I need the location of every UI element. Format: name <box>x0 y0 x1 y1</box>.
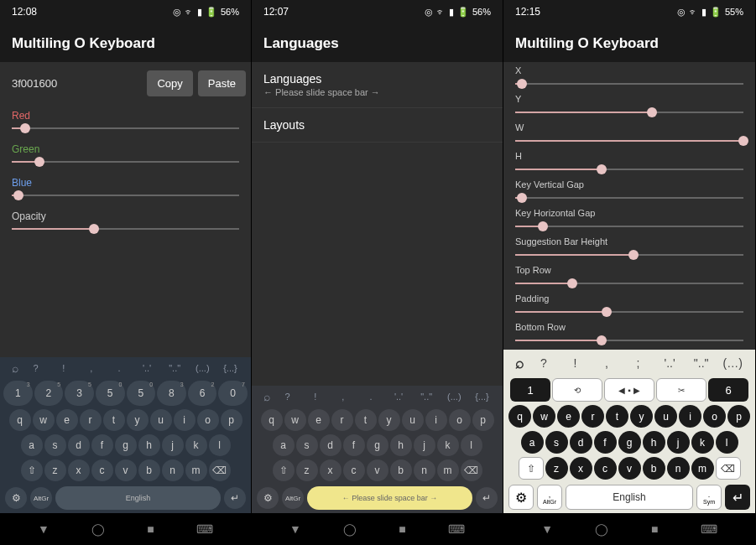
sug-key[interactable]: '..' <box>654 356 686 370</box>
key-m[interactable]: m <box>691 457 714 480</box>
sug-key[interactable]: ; <box>623 356 654 370</box>
num-left[interactable]: 1 <box>510 378 550 402</box>
key-b[interactable]: b <box>643 457 665 480</box>
key-d[interactable]: d <box>570 431 592 454</box>
key-y[interactable]: y <box>378 409 400 431</box>
key-k[interactable]: k <box>691 431 714 454</box>
key-s[interactable]: s <box>545 431 568 454</box>
suggestion-row[interactable]: ⌕ ? ! , ; '..' ".." (…) <box>503 350 755 376</box>
key-j[interactable]: j <box>162 434 184 456</box>
sug-key[interactable]: ".." <box>161 363 189 373</box>
key-k[interactable]: k <box>185 434 207 456</box>
suggestion-row[interactable]: ⌕ ? ! , . '..' ".." (...) {...} <box>0 357 251 379</box>
sug-key[interactable]: ".." <box>413 392 441 402</box>
suggestion-row[interactable]: ⌕ ? ! , . '..' ".." (...) {...} <box>252 386 503 407</box>
key-c[interactable]: c <box>594 457 617 480</box>
key-x[interactable]: x <box>570 457 592 480</box>
spacebar[interactable]: ← Please slide space bar → <box>307 486 472 510</box>
key-v[interactable]: v <box>115 459 137 481</box>
search-icon[interactable]: ⌕ <box>258 390 274 403</box>
sug-key[interactable]: (...) <box>189 363 216 373</box>
sug-key[interactable]: ! <box>560 356 592 370</box>
key-o[interactable]: o <box>703 405 726 428</box>
sug-key[interactable]: {...} <box>468 392 496 402</box>
home-icon[interactable]: ◯ <box>595 522 608 536</box>
back-icon[interactable]: ▼ <box>289 522 301 536</box>
search-icon[interactable]: ⌕ <box>7 361 22 375</box>
sug-key[interactable]: '..' <box>385 392 413 402</box>
key-num[interactable]: 50 <box>127 381 156 406</box>
key-e[interactable]: e <box>557 405 580 428</box>
sug-key[interactable]: ! <box>50 363 77 373</box>
key-p[interactable]: p <box>472 409 494 431</box>
key-t[interactable]: t <box>606 405 628 428</box>
slider[interactable] <box>12 155 239 169</box>
key-f[interactable]: f <box>594 431 617 454</box>
sug-key[interactable]: ? <box>528 356 560 370</box>
back-icon[interactable]: ▼ <box>541 522 553 536</box>
key-num[interactable]: 07 <box>218 381 248 406</box>
key-d[interactable]: d <box>68 434 90 456</box>
recent-icon[interactable]: ■ <box>651 522 658 536</box>
tool-undo[interactable]: ⟲ <box>552 378 602 402</box>
ime-icon[interactable]: ⌨ <box>448 522 465 536</box>
slider[interactable] <box>515 163 743 176</box>
enter-key[interactable]: ↵ <box>476 487 498 509</box>
altgr-key[interactable]: AltGr <box>30 487 52 509</box>
key-x[interactable]: x <box>68 459 90 481</box>
backspace-key[interactable]: ⌫ <box>461 459 482 481</box>
key-s[interactable]: s <box>44 434 66 456</box>
key-w[interactable]: w <box>33 409 55 431</box>
key-c[interactable]: c <box>91 459 113 481</box>
key-g[interactable]: g <box>367 434 388 456</box>
key-v[interactable]: v <box>618 457 641 480</box>
back-icon[interactable]: ▼ <box>38 522 50 536</box>
keyboard[interactable]: ⌕ ? ! , . '..' ".." (...) {...} 13253550… <box>0 357 251 513</box>
slider[interactable] <box>515 334 743 347</box>
slider[interactable] <box>515 134 743 148</box>
sug-key[interactable]: (...) <box>441 392 468 402</box>
key-r[interactable]: r <box>80 409 102 431</box>
key-g[interactable]: g <box>618 431 641 454</box>
key-q[interactable]: q <box>9 409 31 431</box>
key-v[interactable]: v <box>367 459 388 481</box>
key-h[interactable]: h <box>138 434 160 456</box>
slider[interactable] <box>515 277 743 290</box>
keyboard[interactable]: ⌕ ? ! , . '..' ".." (...) {...} qwertyui… <box>252 386 503 513</box>
key-h[interactable]: h <box>643 431 665 454</box>
sug-key[interactable]: (…) <box>717 356 748 370</box>
key-o[interactable]: o <box>197 409 219 431</box>
key-g[interactable]: g <box>115 434 137 456</box>
key-num[interactable]: 35 <box>65 381 94 406</box>
key-y[interactable]: y <box>630 405 653 428</box>
key-t[interactable]: t <box>355 409 377 431</box>
gear-icon[interactable]: ⚙ <box>5 487 27 509</box>
ime-icon[interactable]: ⌨ <box>701 522 717 536</box>
key-u[interactable]: u <box>654 405 677 428</box>
slider[interactable] <box>515 248 743 262</box>
key-n[interactable]: n <box>667 457 690 480</box>
key-k[interactable]: k <box>437 434 459 456</box>
key-num[interactable]: 83 <box>157 381 186 406</box>
key-j[interactable]: j <box>414 434 435 456</box>
slider[interactable] <box>515 106 743 119</box>
backspace-key[interactable]: ⌫ <box>209 459 231 481</box>
home-icon[interactable]: ◯ <box>91 522 105 536</box>
key-l[interactable]: l <box>716 431 738 454</box>
shift-key[interactable]: ⇧ <box>273 459 295 481</box>
search-icon[interactable]: ⌕ <box>510 355 528 372</box>
tool-cut[interactable]: ✂ <box>656 378 706 402</box>
key-a[interactable]: a <box>21 434 43 456</box>
copy-button[interactable]: Copy <box>147 70 192 96</box>
key-b[interactable]: b <box>390 459 412 481</box>
key-b[interactable]: b <box>138 459 160 481</box>
paste-button[interactable]: Paste <box>198 70 246 96</box>
sym-key[interactable]: .Sym <box>696 485 722 510</box>
key-y[interactable]: y <box>127 409 149 431</box>
gear-icon[interactable]: ⚙ <box>508 485 534 510</box>
slider[interactable] <box>12 122 239 135</box>
key-m[interactable]: m <box>185 459 207 481</box>
key-z[interactable]: z <box>545 457 568 480</box>
key-u[interactable]: u <box>402 409 424 431</box>
key-r[interactable]: r <box>581 405 604 428</box>
